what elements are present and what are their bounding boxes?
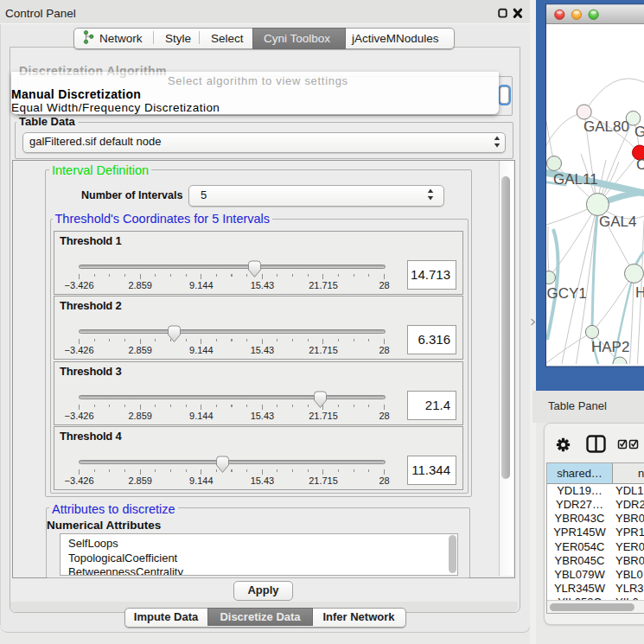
svg-text:HAP2: HAP2 — [591, 339, 629, 355]
svg-text:GCY1: GCY1 — [547, 285, 587, 302]
svg-text:GAL80: GAL80 — [583, 118, 629, 135]
svg-text:H: H — [635, 284, 644, 301]
svg-text:GAL11: GAL11 — [553, 171, 598, 188]
svg-text:G: G — [634, 124, 644, 140]
svg-text:GAL4: GAL4 — [599, 214, 636, 230]
svg-text:C: C — [636, 156, 644, 173]
